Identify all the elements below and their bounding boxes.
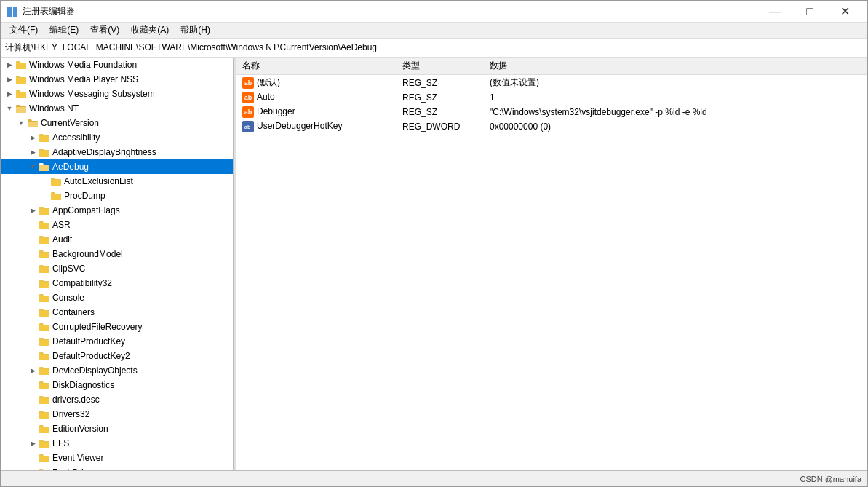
tree-expander-drivers32[interactable] (27, 408, 39, 420)
tree-label-windows-messaging-subsystem: Windows Messaging Subsystem (29, 89, 155, 99)
tree-expander-font-drivers[interactable] (27, 467, 39, 470)
tree-expander-autoexclusionlist[interactable] (39, 175, 50, 187)
reg-cell-type-debugger: REG_SZ (397, 105, 484, 119)
tree-expander-windows-media-player-nss[interactable] (4, 74, 15, 85)
tree-item-aedebug[interactable]: AeDebug (1, 159, 233, 174)
tree-item-background-model[interactable]: BackgroundModel (1, 247, 233, 261)
tree-item-accessibility[interactable]: Accessibility (1, 130, 233, 145)
right-pane: 名称 类型 数据 ab(默认)REG_SZ(数值未设置)abAutoREG_SZ… (236, 58, 867, 470)
tree-item-font-drivers[interactable]: Font Drivers (1, 465, 233, 470)
tree-expander-default-product-key2[interactable] (27, 350, 39, 362)
tree-item-current-version[interactable]: CurrentVersion (1, 116, 233, 130)
tree-item-asr[interactable]: ASR (1, 218, 233, 232)
tree-item-console[interactable]: Console (1, 290, 233, 305)
folder-icon-event-viewer (39, 452, 50, 464)
reg-row-user-debugger-hotkey[interactable]: abUserDebuggerHotKeyREG_DWORD0x00000000 … (236, 119, 867, 134)
tree-expander-corrupted-file-recovery[interactable] (27, 321, 39, 333)
tree-item-containers[interactable]: Containers (1, 305, 233, 320)
tree-item-corrupted-file-recovery[interactable]: CorruptedFileRecovery (1, 320, 233, 334)
maximize-button[interactable]: □ (793, 1, 827, 23)
folder-icon-edition-version (39, 423, 50, 435)
minimize-button[interactable]: — (758, 1, 792, 23)
reg-cell-type-auto: REG_SZ (397, 90, 484, 105)
tree-item-edition-version[interactable]: EditionVersion (1, 421, 233, 436)
menu-item[interactable]: 收藏夹(A) (125, 23, 175, 38)
tree-expander-current-version[interactable] (15, 117, 27, 129)
folder-icon-clip-svc (39, 263, 50, 274)
menu-item[interactable]: 查看(V) (84, 23, 125, 38)
tree-expander-appcompat-flags[interactable] (27, 205, 39, 216)
tree-expander-clip-svc[interactable] (27, 263, 39, 274)
folder-icon-windows-nt (15, 103, 27, 114)
tree-label-font-drivers: Font Drivers (52, 467, 100, 470)
close-button[interactable]: ✕ (828, 1, 861, 23)
reg-row-auto[interactable]: abAutoREG_SZ1 (236, 90, 867, 105)
tree-item-windows-media-foundation[interactable]: Windows Media Foundation (1, 58, 233, 72)
tree-expander-procdump[interactable] (39, 190, 50, 202)
tree-expander-console[interactable] (27, 292, 39, 304)
tree-item-drivers-desc[interactable]: drivers.desc (1, 392, 233, 407)
status-text: CSDN @mahuifa (800, 475, 861, 483)
tree-label-containers: Containers (52, 307, 95, 317)
tree-expander-edition-version[interactable] (27, 423, 39, 435)
tree-item-default-product-key2[interactable]: DefaultProductKey2 (1, 349, 233, 363)
tree-item-audit[interactable]: Audit (1, 232, 233, 247)
reg-row-default[interactable]: ab(默认)REG_SZ(数值未设置) (236, 75, 867, 91)
tree-item-windows-nt[interactable]: Windows NT (1, 101, 233, 116)
menu-item[interactable]: 编辑(E) (44, 23, 84, 38)
tree-expander-default-product-key[interactable] (27, 336, 39, 347)
tree-item-event-viewer[interactable]: Event Viewer (1, 451, 233, 465)
reg-name-text-default: (默认) (257, 77, 280, 87)
title-bar-left: 注册表编辑器 (7, 5, 75, 17)
menu-item[interactable]: 帮助(H) (175, 23, 216, 38)
tree-expander-background-model[interactable] (27, 248, 39, 260)
tree-expander-efs[interactable] (27, 437, 39, 449)
tree-expander-disk-diagnostics[interactable] (27, 379, 39, 391)
tree-expander-containers[interactable] (27, 306, 39, 318)
tree-expander-compatibility32[interactable] (27, 277, 39, 289)
folder-icon-console (39, 292, 50, 304)
tree-expander-drivers-desc[interactable] (27, 394, 39, 405)
tree-pane[interactable]: Windows Media FoundationWindows Media Pl… (1, 58, 234, 470)
menu-item[interactable]: 文件(F) (4, 23, 44, 38)
tree-label-windows-media-player-nss: Windows Media Player NSS (29, 74, 138, 84)
tree-expander-audit[interactable] (27, 234, 39, 245)
tree-expander-adaptive-display[interactable] (27, 146, 39, 158)
tree-item-adaptive-display[interactable]: AdaptiveDisplayBrightness (1, 145, 233, 159)
tree-expander-device-display-objects[interactable] (27, 365, 39, 376)
tree-item-efs[interactable]: EFS (1, 436, 233, 451)
tree-item-disk-diagnostics[interactable]: DiskDiagnostics (1, 378, 233, 392)
folder-icon-font-drivers (39, 467, 50, 470)
folder-icon-asr (39, 219, 50, 231)
tree-item-windows-messaging-subsystem[interactable]: Windows Messaging Subsystem (1, 87, 233, 101)
reg-cell-name-auto: abAuto (236, 90, 397, 105)
tree-item-device-display-objects[interactable]: DeviceDisplayObjects (1, 363, 233, 378)
tree-item-compatibility32[interactable]: Compatibility32 (1, 276, 233, 290)
tree-item-windows-media-player-nss[interactable]: Windows Media Player NSS (1, 72, 233, 87)
reg-type-icon-user-debugger-hotkey: ab (242, 121, 254, 132)
reg-type-icon-default: ab (242, 77, 254, 89)
reg-cell-name-debugger: abDebugger (236, 105, 397, 119)
tree-expander-windows-messaging-subsystem[interactable] (4, 88, 15, 100)
reg-name-text-debugger: Debugger (257, 106, 295, 116)
tree-expander-aedebug[interactable] (27, 161, 39, 173)
tree-item-procdump[interactable]: ProcDump (1, 189, 233, 203)
tree-expander-windows-nt[interactable] (4, 103, 15, 114)
reg-row-debugger[interactable]: abDebuggerREG_SZ"C:\Windows\system32\vsj… (236, 105, 867, 119)
tree-expander-windows-media-foundation[interactable] (4, 59, 15, 71)
tree-item-clip-svc[interactable]: ClipSVC (1, 261, 233, 276)
tree-item-appcompat-flags[interactable]: AppCompatFlags (1, 203, 233, 218)
tree-item-autoexclusionlist[interactable]: AutoExclusionList (1, 174, 233, 189)
tree-label-autoexclusionlist: AutoExclusionList (64, 176, 133, 186)
tree-expander-event-viewer[interactable] (27, 452, 39, 464)
folder-icon-audit (39, 234, 50, 245)
reg-cell-data-auto: 1 (484, 90, 867, 105)
tree-expander-asr[interactable] (27, 219, 39, 231)
tree-item-default-product-key[interactable]: DefaultProductKey (1, 334, 233, 349)
folder-icon-containers (39, 306, 50, 318)
content-area: Windows Media FoundationWindows Media Pl… (1, 58, 867, 470)
tree-item-drivers32[interactable]: Drivers32 (1, 407, 233, 421)
registry-table: 名称 类型 数据 ab(默认)REG_SZ(数值未设置)abAutoREG_SZ… (236, 58, 867, 134)
reg-cell-type-default: REG_SZ (397, 75, 484, 91)
tree-expander-accessibility[interactable] (27, 132, 39, 143)
